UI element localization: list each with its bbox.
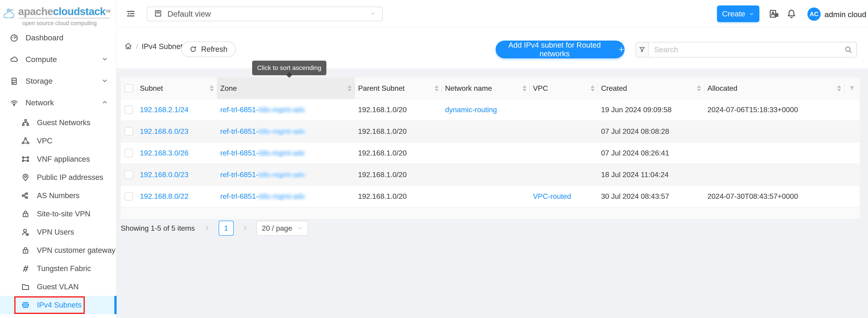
create-button-label: Create [722, 9, 745, 18]
home-icon[interactable] [124, 42, 132, 51]
redacted-zone-text: k8s-mgmt-adv [258, 149, 305, 157]
sidebar-item-as-numbers[interactable]: AS Numbers [0, 186, 117, 205]
column-header-vpc[interactable]: VPC [530, 78, 598, 99]
breadcrumb: / IPv4 Subnets [124, 39, 186, 54]
table-row[interactable]: 192.168.2.1/24 ref-trl-6851-k8s-mgmt-adv… [121, 99, 860, 121]
subnet-link[interactable]: 192.168.8.0/22 [140, 192, 189, 200]
pagination-summary: Showing 1-5 of 5 items [121, 224, 195, 233]
column-label: Parent Subnet [358, 84, 405, 92]
subnet-link[interactable]: 192.168.0.0/23 [140, 171, 189, 179]
next-page-icon[interactable] [241, 221, 250, 236]
column-filter-icon[interactable] [844, 78, 860, 99]
topbar: Default view Create AC admin cloud [117, 0, 868, 27]
sidebar-item-ipv4-subnets[interactable]: IPv4 Subnets [0, 296, 117, 314]
row-checkbox[interactable] [121, 171, 137, 179]
sidebar-item-vpn-customer-gateway[interactable]: VPN customer gateway [0, 241, 117, 259]
search-input[interactable] [649, 42, 840, 57]
sidebar-item-label: Guest Networks [37, 118, 90, 127]
add-ipv4-subnet-button[interactable]: Add IPv4 subnet for Routed networks [496, 40, 624, 58]
view-select[interactable]: Default view [147, 7, 383, 21]
chevron-down-icon [370, 10, 376, 17]
created-cell: 07 Jul 2024 08:26:41 [598, 149, 704, 157]
sidebar-item-label: VNF appliances [37, 155, 90, 164]
table-row[interactable]: 192.168.8.0/22 ref-trl-6851-k8s-mgmt-adv… [121, 186, 860, 207]
column-header-allocated[interactable]: Allocated [704, 78, 844, 99]
previous-page-icon[interactable] [203, 221, 212, 236]
tooltip-text: Click to sort ascending [257, 64, 321, 71]
parent-subnet-cell: 192.168.1.0/20 [355, 149, 442, 157]
tungsten-fabric-icon: # [21, 264, 30, 272]
user-name[interactable]: admin cloud [825, 10, 866, 19]
sort-carets-icon [520, 85, 527, 91]
sidebar-item-vpc[interactable]: VPC [0, 132, 117, 150]
sidebar-item-label: Compute [26, 55, 57, 64]
sidebar-item-label: Dashboard [26, 33, 63, 42]
table-row[interactable]: 192.168.0.0/23 ref-trl-6851-k8s-mgmt-adv… [121, 164, 860, 186]
sidebar-item-tungsten-fabric[interactable]: # Tungsten Fabric [0, 259, 117, 278]
sidebar-item-label: VPN customer gateway [37, 246, 116, 255]
subnet-link[interactable]: 192.168.6.0/23 [140, 127, 189, 136]
network-name-link[interactable]: dynamic-routing [445, 106, 497, 114]
sidebar-item-vpn-users[interactable]: VPN Users [0, 223, 117, 241]
translation-icon[interactable] [769, 9, 779, 19]
sidebar: apachecloudstackTM open source cloud com… [0, 0, 117, 318]
column-label: VPC [533, 84, 548, 92]
column-label: Subnet [140, 84, 163, 92]
sidebar-item-label: Network [26, 98, 54, 107]
column-header-zone[interactable]: Zone [217, 78, 355, 99]
project-icon [154, 9, 162, 19]
sidebar-item-dashboard[interactable]: Dashboard [0, 27, 117, 49]
search-icon[interactable] [840, 42, 857, 57]
row-checkbox[interactable] [121, 127, 137, 136]
created-cell: 07 Jul 2024 08:08:28 [598, 127, 704, 136]
row-checkbox[interactable] [121, 106, 137, 114]
storage-icon [9, 77, 19, 85]
redacted-zone-text: k8s-mgmt-adv [258, 127, 305, 136]
table-row[interactable]: 192.168.6.0/23 ref-trl-6851-k8s-mgmt-adv… [121, 121, 860, 142]
add-button-label: Add IPv4 subnet for Routed networks [496, 41, 614, 58]
column-header-parent-subnet[interactable]: Parent Subnet [355, 78, 442, 99]
refresh-button[interactable]: Refresh [181, 41, 236, 57]
zone-link[interactable]: ref-trl-6851-k8s-mgmt-adv [220, 127, 305, 136]
vpc-link[interactable]: VPC-routed [533, 192, 571, 200]
table-row[interactable]: 192.168.3.0/26 ref-trl-6851-k8s-mgmt-adv… [121, 142, 860, 164]
column-header-created[interactable]: Created [598, 78, 704, 99]
search-filter-funnel-icon[interactable] [636, 42, 649, 57]
row-checkbox[interactable] [121, 149, 137, 157]
sidebar-item-vnf-appliances[interactable]: VNF appliances [0, 150, 117, 168]
as-numbers-icon [21, 191, 30, 200]
apache-cloudstack-logo: apachecloudstackTM open source cloud com… [3, 1, 110, 28]
view-select-value: Default view [167, 9, 211, 19]
column-header-network-name[interactable]: Network name [442, 78, 530, 99]
guest-networks-icon [21, 118, 30, 127]
zone-link[interactable]: ref-trl-6851-k8s-mgmt-adv [220, 192, 305, 201]
sidebar-item-storage[interactable]: Storage [0, 70, 117, 92]
create-button[interactable]: Create [717, 5, 760, 22]
row-checkbox[interactable] [121, 192, 137, 201]
column-header-subnet[interactable]: Subnet [137, 78, 217, 99]
subnet-link[interactable]: 192.168.2.1/24 [140, 106, 189, 114]
user-avatar[interactable]: AC [807, 7, 820, 21]
table-header-row: Subnet Zone Parent Subnet Network name V… [121, 78, 860, 99]
sort-tooltip: Click to sort ascending [252, 61, 327, 75]
page-size-select[interactable]: 20 / page [256, 221, 308, 236]
logo-underline [19, 18, 110, 19]
select-all-checkbox[interactable] [121, 78, 137, 99]
sidebar-item-network[interactable]: Network [0, 92, 117, 114]
zone-link[interactable]: ref-trl-6851-k8s-mgmt-adv [220, 106, 305, 114]
zone-link[interactable]: ref-trl-6851-k8s-mgmt-adv [220, 171, 305, 179]
refresh-button-label: Refresh [201, 45, 227, 54]
sidebar-item-guest-networks[interactable]: Guest Networks [0, 114, 117, 132]
sidebar-item-public-ip-addresses[interactable]: Public IP addresses [0, 168, 117, 186]
redacted-zone-text: k8s-mgmt-adv [258, 192, 305, 201]
sidebar-item-label: Guest VLAN [37, 283, 79, 291]
page-number-button[interactable]: 1 [219, 221, 234, 236]
sidebar-item-guest-vlan[interactable]: Guest VLAN [0, 278, 117, 296]
notification-bell-icon[interactable] [786, 9, 797, 19]
sidebar-item-site-to-site-vpn[interactable]: Site-to-site VPN [0, 205, 117, 223]
subnet-link[interactable]: 192.168.3.0/26 [140, 149, 189, 157]
zone-link[interactable]: ref-trl-6851-k8s-mgmt-adv [220, 149, 305, 157]
sidebar-collapse-button[interactable] [125, 8, 137, 20]
chevron-up-icon [101, 99, 108, 107]
sidebar-item-compute[interactable]: Compute [0, 49, 117, 70]
